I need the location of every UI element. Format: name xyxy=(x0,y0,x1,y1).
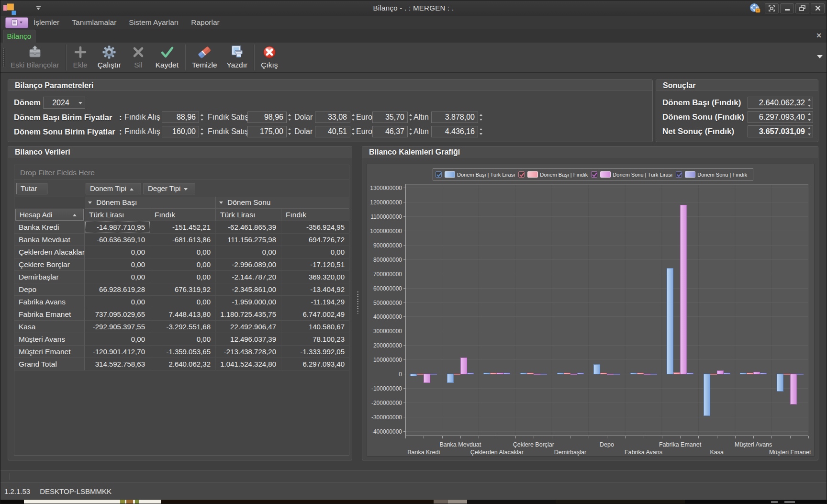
spinner-arrows-icon[interactable] xyxy=(807,126,812,137)
tab-bilanco[interactable]: Bilanço xyxy=(3,30,35,43)
spinner-arrows-icon[interactable] xyxy=(287,112,292,123)
param-spin-input[interactable]: 98,96 xyxy=(247,112,287,123)
data-cell[interactable]: 314.592.758,63 xyxy=(85,358,150,370)
data-cell[interactable]: -1.359.053,65 xyxy=(150,346,216,358)
data-cell[interactable]: 1.041.524.324,80 xyxy=(216,358,281,370)
row-header[interactable]: Depo xyxy=(14,283,85,296)
col-findik[interactable]: Fındık xyxy=(150,209,216,221)
data-cell[interactable]: 0,00 xyxy=(281,246,349,258)
param-spin-input[interactable]: 35,70 xyxy=(372,112,408,123)
row-header[interactable]: Fabrika Emanet xyxy=(14,308,85,321)
param-spin-input[interactable]: 40,51 xyxy=(315,126,350,137)
application-menu-button[interactable] xyxy=(5,17,28,28)
data-cell[interactable]: -1.333.992,05 xyxy=(281,346,349,358)
menu-item-1[interactable]: Tanımlamalar xyxy=(72,16,116,29)
calistir-button[interactable]: Çalıştır xyxy=(93,43,126,72)
collapse-icon[interactable] xyxy=(219,202,223,204)
donem-dropdown[interactable]: 2024 xyxy=(43,97,85,109)
data-cell[interactable]: -356.924,95 xyxy=(281,221,349,234)
data-cell[interactable]: 0,00 xyxy=(216,246,281,258)
spinner-arrows-icon[interactable] xyxy=(408,126,414,137)
data-cell[interactable]: -62.461.865,39 xyxy=(216,221,281,234)
data-cell[interactable]: 2.640.062,32 xyxy=(150,358,216,370)
result-spin-input[interactable]: 6.297.093,40 xyxy=(748,111,813,123)
data-cell[interactable]: -14.987.710,95 xyxy=(85,221,150,234)
param-spin-input[interactable]: 46,37 xyxy=(372,126,408,137)
menu-item-2[interactable]: Sistem Ayarları xyxy=(129,16,179,29)
cikis-button[interactable]: Çıkış xyxy=(256,43,282,72)
legend-checkbox[interactable] xyxy=(591,171,597,178)
data-cell[interactable]: 6.297.093,40 xyxy=(281,358,349,370)
data-cell[interactable]: 369.320,00 xyxy=(281,271,349,283)
spinner-arrows-icon[interactable] xyxy=(200,112,205,123)
data-cell[interactable]: 0,00 xyxy=(85,271,150,283)
sil-button[interactable]: Sil xyxy=(126,43,151,72)
legend-checkbox[interactable] xyxy=(676,171,682,178)
spinner-arrows-icon[interactable] xyxy=(200,126,205,137)
data-cell[interactable]: 0,00 xyxy=(150,246,216,258)
pivot-filter-area[interactable]: Drop Filter Fields Here xyxy=(14,165,349,180)
field-tutar[interactable]: Tutar xyxy=(16,183,47,194)
row-header[interactable]: Müşteri Avans xyxy=(14,333,85,346)
field-donem-tipi[interactable]: Donem Tipi xyxy=(86,183,141,194)
data-cell[interactable]: -11.194,29 xyxy=(281,296,349,308)
data-cell[interactable]: 1.180.725.435,75 xyxy=(216,308,281,321)
data-cell[interactable]: -17.120,51 xyxy=(281,258,349,271)
spinner-arrows-icon[interactable] xyxy=(408,112,414,123)
tab-close-icon[interactable]: ✕ xyxy=(815,32,823,39)
group-donem-sonu[interactable]: Dönem Sonu xyxy=(216,197,349,209)
data-cell[interactable]: -2.996.089,00 xyxy=(216,258,281,271)
data-cell[interactable]: -13.404,92 xyxy=(281,283,349,296)
ekle-button[interactable]: Ekle xyxy=(68,43,93,72)
data-cell[interactable]: -681.613,86 xyxy=(150,234,216,246)
field-hesap-adi[interactable]: Hesap Adi xyxy=(15,209,84,221)
result-spin-input[interactable]: 2.640.062,32 xyxy=(748,97,813,109)
spinner-arrows-icon[interactable] xyxy=(807,97,812,108)
spinner-arrows-icon[interactable] xyxy=(479,112,484,123)
data-cell[interactable]: 12.496.037,39 xyxy=(216,333,281,346)
data-cell[interactable]: 676.319,92 xyxy=(150,283,216,296)
param-spin-input[interactable]: 175,00 xyxy=(247,126,287,137)
toolbar-overflow-icon[interactable] xyxy=(817,55,823,58)
legend-checkbox[interactable] xyxy=(436,171,442,178)
minimize-button[interactable] xyxy=(780,3,794,13)
spinner-arrows-icon[interactable] xyxy=(351,112,356,123)
data-cell[interactable]: -292.905.397,55 xyxy=(85,321,150,333)
data-cell[interactable]: -2.144.787,20 xyxy=(216,271,281,283)
row-header[interactable]: Banka Mevduat xyxy=(14,234,85,246)
data-cell[interactable]: -213.438.728,20 xyxy=(216,346,281,358)
data-cell[interactable]: 6.747.002,49 xyxy=(281,308,349,321)
data-cell[interactable]: 7.448.413,80 xyxy=(150,308,216,321)
data-cell[interactable]: 0,00 xyxy=(85,258,150,271)
data-cell[interactable]: 0,00 xyxy=(150,296,216,308)
data-cell[interactable]: 0,00 xyxy=(85,333,150,346)
row-header[interactable]: Banka Kredi xyxy=(14,221,85,234)
col-turk-lirasi[interactable]: Türk Lirası xyxy=(85,209,150,221)
collapse-icon[interactable] xyxy=(88,202,92,204)
param-spin-input[interactable]: 88,96 xyxy=(162,112,199,123)
row-header[interactable]: Demirbaşlar xyxy=(14,271,85,283)
splitter-grip[interactable] xyxy=(356,291,359,314)
data-cell[interactable]: 0,00 xyxy=(150,258,216,271)
row-header[interactable]: Grand Total xyxy=(14,358,85,370)
data-cell[interactable]: -151.452,21 xyxy=(150,221,216,234)
kaydet-button[interactable]: Kaydet xyxy=(151,43,183,72)
spinner-arrows-icon[interactable] xyxy=(807,112,812,123)
data-cell[interactable]: 0,00 xyxy=(85,296,150,308)
spinner-arrows-icon[interactable] xyxy=(287,126,292,137)
fullscreen-button[interactable] xyxy=(765,3,779,13)
spinner-arrows-icon[interactable] xyxy=(479,126,484,137)
yazdir-button[interactable]: Yazdır xyxy=(222,43,253,72)
data-cell[interactable]: 737.095.029,65 xyxy=(85,308,150,321)
param-spin-input[interactable]: 3.878,00 xyxy=(431,112,478,123)
data-cell[interactable]: 140.580,67 xyxy=(281,321,349,333)
data-cell[interactable]: -2.345.861,00 xyxy=(216,283,281,296)
menu-item-3[interactable]: Raporlar xyxy=(191,16,219,29)
row-header[interactable]: Müşteri Emanet xyxy=(14,346,85,358)
result-spin-input[interactable]: 3.657.031,09 xyxy=(748,125,813,137)
data-cell[interactable]: -1.959.000,00 xyxy=(216,296,281,308)
data-cell[interactable]: 66.928.619,28 xyxy=(85,283,150,296)
data-cell[interactable]: 111.156.275,98 xyxy=(216,234,281,246)
param-spin-input[interactable]: 160,00 xyxy=(162,126,199,137)
toolbar-grip[interactable] xyxy=(2,48,5,67)
